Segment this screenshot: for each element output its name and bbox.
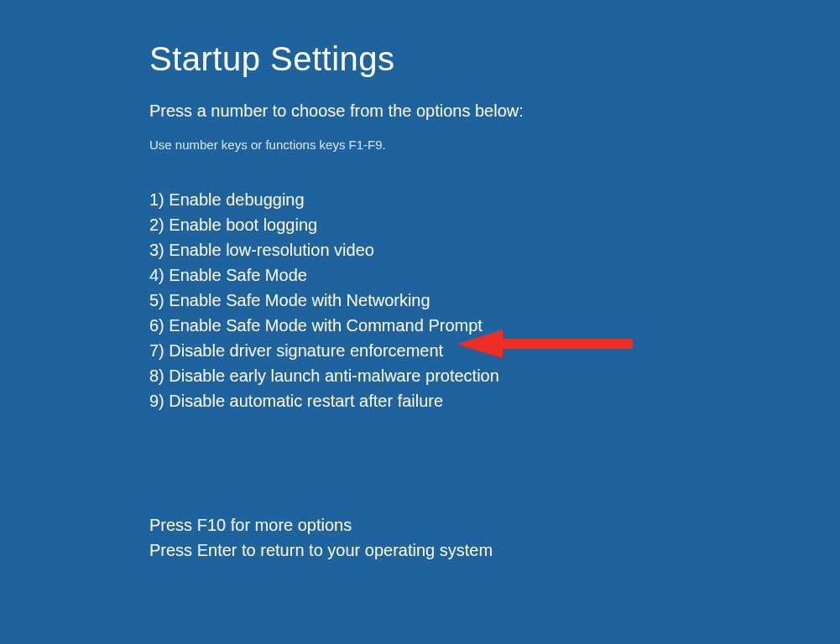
boot-options-list: 1) Enable debugging 2) Enable boot loggi… (149, 187, 840, 413)
option-enable-safe-mode-command-prompt[interactable]: 6) Enable Safe Mode with Command Prompt (149, 313, 840, 338)
option-enable-safe-mode[interactable]: 4) Enable Safe Mode (149, 262, 840, 288)
instruction-hint: Use number keys or functions keys F1-F9. (149, 138, 840, 152)
page-title: Startup Settings (149, 40, 840, 78)
option-enable-boot-logging[interactable]: 2) Enable boot logging (149, 212, 840, 237)
instruction-subtitle: Press a number to choose from the option… (149, 101, 840, 121)
footer-more-options: Press F10 for more options (149, 512, 840, 538)
option-enable-safe-mode-networking[interactable]: 5) Enable Safe Mode with Networking (149, 288, 840, 313)
option-disable-driver-signature-enforcement[interactable]: 7) Disable driver signature enforcement (149, 338, 840, 363)
startup-settings-screen: Startup Settings Press a number to choos… (0, 0, 840, 644)
option-enable-debugging[interactable]: 1) Enable debugging (149, 187, 840, 212)
option-disable-early-launch-anti-malware[interactable]: 8) Disable early launch anti-malware pro… (149, 363, 840, 388)
option-enable-low-resolution-video[interactable]: 3) Enable low-resolution video (149, 237, 840, 262)
footer-instructions: Press F10 for more options Press Enter t… (149, 512, 840, 563)
option-disable-automatic-restart[interactable]: 9) Disable automatic restart after failu… (149, 388, 840, 413)
footer-return: Press Enter to return to your operating … (149, 538, 840, 563)
